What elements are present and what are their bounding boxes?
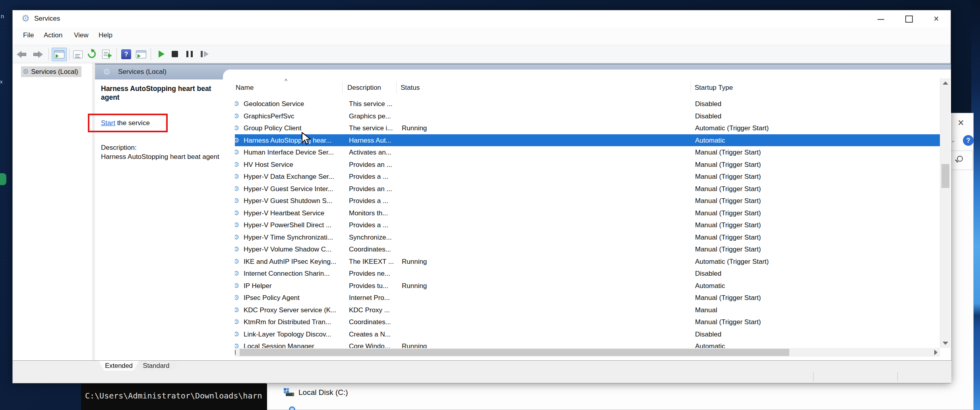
forward-icon[interactable] <box>33 51 43 58</box>
cell-startup: Manual (Trigger Start) <box>695 161 761 169</box>
cell-status: Running <box>402 258 427 266</box>
scroll-up-icon[interactable] <box>943 81 948 85</box>
cell-desc: Activates an... <box>349 149 391 157</box>
service-row[interactable]: ⚙IKE and AuthIP IPsec Keying...The IKEEX… <box>232 255 940 268</box>
services-header-icon: ⚙ <box>103 67 110 77</box>
horizontal-scrollbar[interactable] <box>230 348 940 357</box>
service-row[interactable]: ⚙Hyper-V PowerShell Direct ...Provides a… <box>232 219 940 231</box>
cell-startup: Manual (Trigger Start) <box>695 221 761 229</box>
service-row[interactable]: ⚙Internet Connection Sharin...Provides n… <box>232 267 940 280</box>
service-row[interactable]: ⚙Hyper-V Heartbeat ServiceMonitors th...… <box>232 207 940 219</box>
stop-service-icon[interactable] <box>172 51 178 57</box>
cell-startup: Manual (Trigger Start) <box>695 185 761 193</box>
service-row[interactable]: ⚙KtmRm for Distributed Tran...Coordinate… <box>232 316 940 328</box>
service-row[interactable]: ⚙Harness AutoStopping hear...Harness Aut… <box>232 134 940 147</box>
minimize-button[interactable] <box>870 10 892 27</box>
service-row[interactable]: ⚙IPsec Policy AgentInternet Pro...Manual… <box>232 292 940 304</box>
help-icon[interactable]: ? <box>121 49 131 59</box>
ribbon-chevron-icon[interactable]: ⌄ <box>951 137 956 144</box>
cell-startup: Automatic <box>695 137 725 145</box>
desktop-icon-label-fragment: n <box>1 13 4 19</box>
scroll-down-icon[interactable] <box>943 342 948 345</box>
menu-bar: File Action View Help <box>13 27 951 45</box>
cell-name: Geolocation Service <box>244 100 304 108</box>
cell-startup: Disabled <box>695 100 721 108</box>
service-row[interactable]: ⚙Group Policy ClientThe service i...Runn… <box>232 122 940 134</box>
cell-name: Hyper-V PowerShell Direct ... <box>244 221 331 229</box>
scroll-right-icon[interactable] <box>934 350 937 355</box>
panel-header-title: Services (Local) <box>118 68 167 76</box>
command-prompt-window[interactable]: C:\Users\Administrator\Downloads\harn <box>81 384 267 410</box>
close-button[interactable]: × <box>925 10 947 27</box>
cell-name: Human Interface Device Ser... <box>244 149 334 157</box>
mouse-cursor <box>301 132 313 146</box>
menu-help[interactable]: Help <box>99 31 112 39</box>
service-row[interactable]: ⚙Hyper-V Volume Shadow C...Coordinates..… <box>232 243 940 255</box>
console-path-text: C:\Users\Administrator\Downloads\harn <box>85 391 262 400</box>
pause-service-icon[interactable] <box>186 51 193 57</box>
service-row[interactable]: ⚙IP HelperProvides tu...RunningAutomatic <box>232 280 940 292</box>
column-header-name[interactable]: Name <box>236 84 254 92</box>
cell-name: HV Host Service <box>244 161 293 169</box>
explorer-help-icon[interactable]: ? <box>963 135 974 146</box>
properties-icon[interactable] <box>73 50 83 58</box>
cell-name: IPsec Policy Agent <box>244 294 300 302</box>
service-row[interactable]: ⚙KDC Proxy Server service (K...KDC Proxy… <box>232 304 940 316</box>
window-bottom-chrome: Extended Standard <box>13 360 951 383</box>
cell-startup: Automatic <box>695 342 725 348</box>
start-service-icon[interactable] <box>159 50 165 58</box>
cell-desc: KDC Proxy ... <box>349 306 390 314</box>
column-header-description[interactable]: Description <box>347 84 381 92</box>
show-console-tree-icon[interactable] <box>52 48 67 61</box>
drive-icon-partial <box>289 406 295 410</box>
cell-name: IP Helper <box>244 282 272 290</box>
menu-file[interactable]: File <box>23 31 34 39</box>
service-row[interactable]: ⚙Hyper-V Guest Shutdown S...Provides a .… <box>232 195 940 207</box>
list-header: Name ^ Description Status Startup Type <box>223 78 951 96</box>
cell-name: Group Policy Client <box>244 124 302 132</box>
cell-status: Running <box>402 124 427 132</box>
horizontal-scroll-thumb[interactable] <box>240 349 789 356</box>
cell-startup: Automatic <box>695 282 725 290</box>
menu-action[interactable]: Action <box>44 31 62 39</box>
menu-view[interactable]: View <box>74 31 89 39</box>
back-icon[interactable] <box>17 51 27 58</box>
service-row[interactable]: ⚙Hyper-V Time Synchronizati...Synchroniz… <box>232 231 940 244</box>
explorer-close-icon[interactable]: × <box>954 116 968 130</box>
show-action-pane-icon[interactable] <box>136 50 146 58</box>
service-row[interactable]: ⚙Link-Layer Topology Discov...Creates a … <box>232 328 940 340</box>
cell-desc: Harness Aut... <box>349 137 391 145</box>
title-bar[interactable]: ⚙ Services × <box>13 10 951 27</box>
vertical-scrollbar[interactable] <box>940 78 950 348</box>
cell-status: Running <box>402 282 427 290</box>
drive-list-item[interactable]: Local Disk (C:) <box>284 388 348 397</box>
service-row[interactable]: ⚙Human Interface Device Ser...Activates … <box>232 146 940 159</box>
cell-startup: Manual (Trigger Start) <box>695 318 761 326</box>
column-header-startup[interactable]: Startup Type <box>695 84 733 92</box>
service-row[interactable]: ⚙Geolocation ServiceThis service ...Disa… <box>232 98 940 110</box>
tab-standard[interactable]: Standard <box>134 361 179 371</box>
maximize-button[interactable] <box>897 10 920 27</box>
cell-status: Running <box>402 342 427 348</box>
service-row[interactable]: ⚙Hyper-V Guest Service Inter...Provides … <box>232 183 940 195</box>
restart-service-icon[interactable] <box>201 51 209 57</box>
service-row[interactable]: ⚙Hyper-V Data Exchange Ser...Provides a … <box>232 170 940 183</box>
cell-desc: Provides a ... <box>349 173 388 181</box>
service-rows: ⚙Geolocation ServiceThis service ...Disa… <box>223 98 940 348</box>
sort-ascending-icon: ^ <box>285 77 287 84</box>
refresh-icon[interactable] <box>86 48 97 60</box>
vertical-scroll-thumb[interactable] <box>941 164 949 188</box>
service-row[interactable]: ⚙GraphicsPerfSvcGraphics pe...Disabled <box>232 110 940 122</box>
services-node-icon: ⚙ <box>23 68 29 76</box>
tab-extended[interactable]: Extended <box>99 361 139 371</box>
export-list-icon[interactable] <box>102 50 110 59</box>
tree-item-services-local[interactable]: ⚙ Services (Local) <box>21 66 81 77</box>
cell-desc: This service ... <box>349 100 393 108</box>
window-title: Services <box>34 15 60 23</box>
desktop-icon-fragment <box>0 173 6 185</box>
desktop-icon-label-fragment: x <box>0 79 3 85</box>
service-row[interactable]: ⚙Local Session ManagerCore Windo...Runni… <box>232 340 940 348</box>
column-header-status[interactable]: Status <box>401 84 420 92</box>
cell-desc: Monitors th... <box>349 209 388 217</box>
service-row[interactable]: ⚙HV Host ServiceProvides an ...Manual (T… <box>232 159 940 171</box>
